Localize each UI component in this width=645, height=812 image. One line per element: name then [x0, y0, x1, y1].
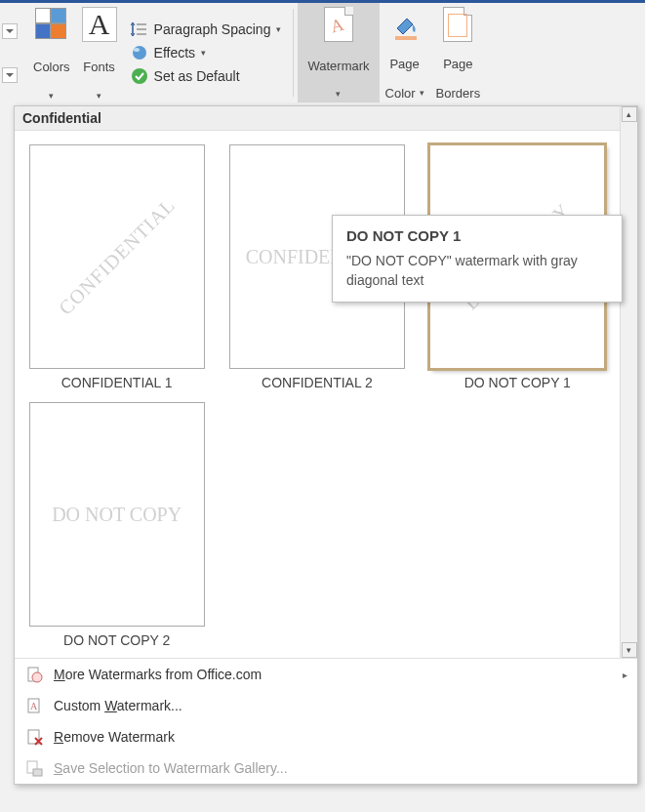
gallery-thumb-label: DO NOT COPY 1	[464, 375, 571, 390]
remove-page-icon	[24, 727, 44, 747]
svg-point-4	[133, 46, 146, 60]
paragraph-spacing-label: Paragraph Spacing	[154, 21, 271, 37]
tooltip-body: "DO NOT COPY" watermark with gray diagon…	[346, 252, 608, 290]
page-color-label-line1: Page	[389, 57, 419, 71]
menu-more-office[interactable]: More Watermarks from Office.com ▸	[15, 659, 637, 690]
menu-custom-watermark-label: Custom Watermark...	[54, 698, 182, 713]
watermark-icon: A	[321, 7, 356, 42]
chevron-right-icon: ▸	[623, 670, 627, 680]
colors-icon	[34, 7, 69, 42]
effects-icon	[131, 44, 148, 61]
gallery-thumb-label: DO NOT COPY 2	[63, 632, 170, 648]
watermark-gallery-panel: Confidential ▴ CONFIDENTIALCONFIDENTIAL …	[14, 105, 638, 785]
colors-button[interactable]: Colors ▾	[27, 3, 76, 102]
chevron-down-icon: ▾	[276, 24, 281, 34]
set-default-label: Set as Default	[154, 68, 240, 84]
scroll-down-button[interactable]: ▾	[622, 642, 637, 658]
watermark-label: Watermark	[307, 59, 369, 73]
page-borders-label-line2: Borders	[436, 86, 481, 101]
svg-point-9	[32, 672, 42, 682]
checkmark-icon	[131, 67, 148, 85]
page-borders-label-line1: Page	[443, 57, 472, 71]
paragraph-spacing-button[interactable]: Paragraph Spacing ▾	[131, 20, 282, 38]
chevron-down-icon: ▾	[336, 89, 341, 99]
chevron-down-icon: ▾	[97, 91, 101, 101]
separator	[293, 9, 294, 97]
page-a-icon: A	[24, 696, 44, 715]
watermark-text: CONFIDENTIAL	[54, 194, 179, 319]
formatting-stack: Paragraph Spacing ▾ Effects ▾ Set as Def…	[123, 3, 290, 102]
ribbon: Colors ▾ A Fonts ▾ Paragraph Spacing ▾ E…	[0, 0, 645, 102]
svg-rect-16	[33, 769, 42, 776]
page-borders-button[interactable]: Page Borders	[430, 3, 487, 102]
watermark-text: DO NOT COPY	[52, 504, 181, 526]
paragraph-spacing-icon	[131, 20, 148, 38]
svg-rect-7	[395, 36, 417, 40]
chevron-down-icon: ▾	[420, 88, 424, 98]
svg-point-6	[132, 68, 147, 84]
fonts-button[interactable]: A Fonts ▾	[76, 3, 123, 102]
menu-remove-watermark-label: Remove Watermark	[54, 729, 175, 745]
menu-save-selection-label: Save Selection to Watermark Gallery...	[54, 760, 288, 776]
tooltip-title: DO NOT COPY 1	[346, 227, 608, 244]
gallery-thumb-label: CONFIDENTIAL 1	[61, 375, 173, 390]
qat-dropdown-1[interactable]	[2, 23, 18, 39]
globe-icon	[24, 665, 44, 684]
tooltip: DO NOT COPY 1 "DO NOT COPY" watermark wi…	[332, 215, 623, 303]
menu-custom-watermark[interactable]: A Custom Watermark...	[15, 690, 637, 721]
page-color-label-line2: Color	[385, 86, 416, 101]
qat-dropdown-2[interactable]	[2, 67, 18, 83]
menu-remove-watermark[interactable]: Remove Watermark	[15, 721, 637, 752]
page-borders-icon	[440, 7, 475, 42]
gallery-thumbnails: CONFIDENTIALCONFIDENTIAL 1CONFIDENTIALCO…	[15, 131, 620, 658]
scroll-up-button[interactable]: ▴	[622, 106, 637, 122]
effects-label: Effects	[154, 45, 196, 61]
gallery-scrollbar[interactable]: ▾	[620, 131, 637, 658]
gallery-menu: More Watermarks from Office.com ▸ A Cust…	[15, 658, 637, 784]
effects-button[interactable]: Effects ▾	[131, 44, 282, 61]
fonts-label: Fonts	[83, 60, 115, 74]
gallery-thumb-label: CONFIDENTIAL 2	[262, 375, 373, 390]
svg-text:A: A	[30, 701, 38, 711]
svg-point-5	[134, 48, 140, 52]
gallery-thumb[interactable]: DO NOT COPYDO NOT COPY 2	[28, 402, 205, 648]
save-gallery-icon	[24, 758, 44, 778]
fonts-icon: A	[82, 7, 117, 42]
page-color-button[interactable]: Page Colors Color ▾	[380, 3, 430, 102]
menu-more-office-label: More Watermarks from Office.com	[54, 667, 262, 682]
colors-label: Colors	[33, 60, 70, 74]
chevron-down-icon: ▾	[201, 48, 206, 58]
watermark-button[interactable]: A Watermark ▾	[298, 3, 379, 102]
menu-save-selection: Save Selection to Watermark Gallery...	[15, 752, 637, 784]
quick-access-col	[0, 3, 27, 102]
chevron-down-icon: ▾	[49, 91, 54, 101]
page-color-icon	[387, 7, 423, 42]
gallery-thumb[interactable]: CONFIDENTIALCONFIDENTIAL 1	[28, 144, 205, 390]
set-default-button[interactable]: Set as Default	[131, 67, 282, 85]
gallery-section-header: Confidential	[15, 106, 620, 131]
